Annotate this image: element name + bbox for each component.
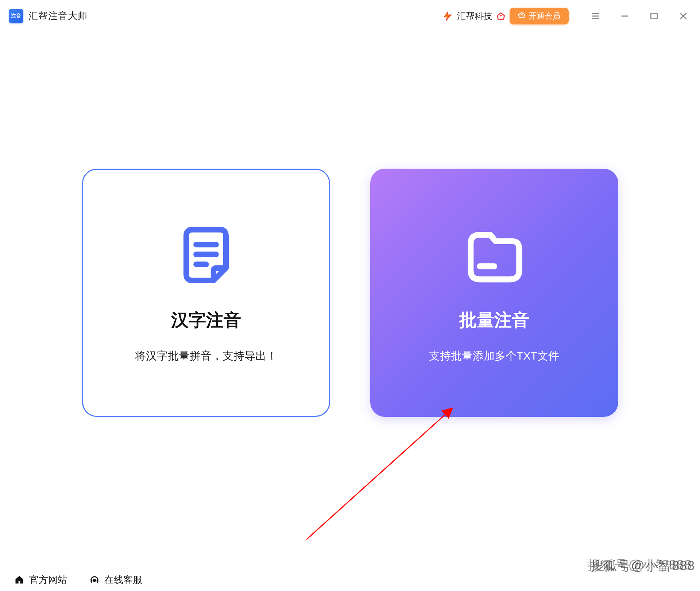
lightning-icon bbox=[442, 10, 453, 22]
app-logo-icon: 注音 bbox=[9, 9, 23, 23]
main-area: 汉字注音 将汉字批量拼音，支持导出！ 批量注音 支持批量添加多个TXT文件 bbox=[0, 32, 700, 568]
footer-bar: 官方网站 在线客服 bbox=[0, 568, 700, 591]
headset-icon bbox=[89, 574, 100, 585]
online-support-link[interactable]: 在线客服 bbox=[89, 573, 142, 586]
footer-link-label: 在线客服 bbox=[104, 573, 142, 586]
card-desc: 支持批量添加多个TXT文件 bbox=[429, 349, 559, 364]
brand-group[interactable]: 汇帮科技 bbox=[442, 10, 506, 22]
folder-icon bbox=[461, 222, 527, 287]
card-title: 批量注音 bbox=[459, 308, 529, 332]
card-hanzi-zhuyin[interactable]: 汉字注音 将汉字批量拼音，支持导出！ bbox=[82, 169, 330, 417]
official-website-link[interactable]: 官方网站 bbox=[14, 573, 67, 586]
footer-link-label: 官方网站 bbox=[29, 573, 67, 586]
card-batch-zhuyin[interactable]: 批量注音 支持批量添加多个TXT文件 bbox=[370, 169, 618, 417]
close-button[interactable] bbox=[677, 9, 690, 23]
svg-line-1 bbox=[306, 408, 452, 540]
svg-rect-2 bbox=[91, 580, 93, 583]
titlebar-right: 汇帮科技 开通会员 bbox=[442, 8, 690, 24]
titlebar: 注音 汇帮注音大师 汇帮科技 开通会员 bbox=[0, 0, 700, 32]
svg-point-4 bbox=[93, 579, 96, 582]
heart-shield-icon bbox=[518, 11, 526, 21]
brand-text: 汇帮科技 bbox=[457, 10, 492, 22]
maximize-button[interactable] bbox=[647, 9, 661, 23]
vip-label: 开通会员 bbox=[529, 11, 561, 22]
titlebar-left: 注音 汇帮注音大师 bbox=[9, 9, 88, 23]
document-icon bbox=[173, 222, 239, 287]
heart-badge-icon bbox=[496, 11, 506, 21]
minimize-button[interactable] bbox=[618, 9, 631, 23]
card-title: 汉字注音 bbox=[171, 308, 241, 332]
open-vip-button[interactable]: 开通会员 bbox=[510, 8, 569, 24]
home-icon bbox=[14, 574, 25, 585]
card-desc: 将汉字批量拼音，支持导出！ bbox=[135, 349, 277, 364]
app-title: 汇帮注音大师 bbox=[28, 9, 88, 22]
window-controls bbox=[589, 9, 690, 23]
svg-rect-3 bbox=[97, 580, 98, 583]
menu-button[interactable] bbox=[589, 9, 602, 23]
app-window: 注音 汇帮注音大师 汇帮科技 开通会员 bbox=[0, 0, 700, 591]
annotation-arrow bbox=[299, 404, 463, 550]
svg-rect-0 bbox=[651, 13, 657, 19]
